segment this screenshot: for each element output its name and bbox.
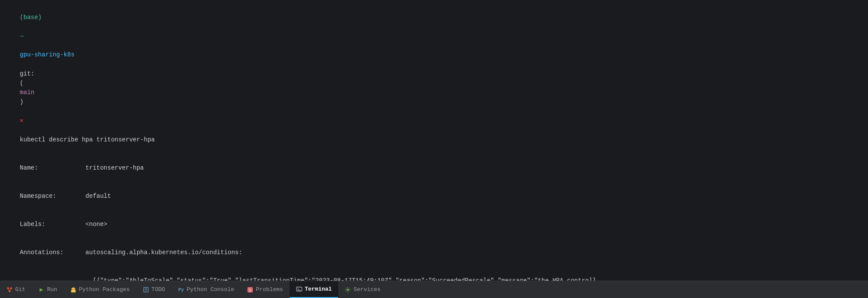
toolbar-item-run[interactable]: ▶ Run [32, 281, 63, 298]
toolbar-item-python-console[interactable]: Py Python Console [172, 281, 241, 298]
annotation-val-1: [{"type":"AbleToScale","status":"True","… [5, 267, 863, 281]
toolbar-item-problems[interactable]: ! Problems [241, 281, 289, 298]
run-icon: ▶ [38, 286, 45, 293]
svg-rect-5 [71, 290, 76, 292]
python-console-label: Python Console [187, 286, 234, 293]
run-label: Run [47, 286, 57, 293]
todo-icon [142, 286, 149, 293]
svg-point-14 [347, 288, 349, 291]
namespace-line: Namespace: default [5, 182, 863, 210]
toolbar-item-python-packages[interactable]: Python Packages [64, 281, 136, 298]
services-label: Services [353, 286, 380, 293]
git-icon [6, 286, 13, 293]
todo-label: TODO [152, 286, 165, 293]
labels-line: Labels: <none> [5, 210, 863, 239]
problems-icon: ! [247, 286, 254, 293]
svg-text:!: ! [249, 288, 251, 292]
toolbar-item-services[interactable]: Services [338, 281, 387, 298]
prompt-arrow: → [20, 33, 23, 39]
services-icon [344, 286, 351, 293]
prompt-line-1: (base) → gpu-sharing-k8s git: ( main ) ✕… [5, 3, 863, 154]
toolbar-item-todo[interactable]: TODO [136, 281, 172, 298]
git-dirty-marker: ✕ [20, 117, 23, 124]
toolbar-item-git[interactable]: Git [0, 281, 32, 298]
name-line: Name: tritonserver-hpa [5, 154, 863, 182]
terminal-output: (base) → gpu-sharing-k8s git: ( main ) ✕… [0, 0, 868, 281]
pyconsole-icon: Py [178, 286, 185, 293]
svg-rect-7 [144, 287, 149, 292]
toolbar-item-terminal[interactable]: Terminal [290, 281, 338, 298]
annotations-line: Annotations: autoscaling.alpha.kubernete… [5, 239, 863, 267]
terminal-icon [296, 286, 303, 293]
conda-env: (base) [20, 14, 42, 21]
packages-icon [70, 286, 77, 293]
git-branch: main [20, 89, 35, 96]
bottom-toolbar: Git ▶ Run Python Packages TODO Py Python… [0, 281, 868, 298]
svg-marker-6 [71, 287, 76, 290]
command-text: kubectl describe hpa tritonserver-hpa [20, 136, 155, 143]
python-packages-label: Python Packages [79, 286, 130, 293]
git-label: Git [15, 286, 25, 293]
working-dir: gpu-sharing-k8s [20, 51, 75, 58]
problems-label: Problems [256, 286, 283, 293]
terminal-label: Terminal [305, 286, 332, 292]
